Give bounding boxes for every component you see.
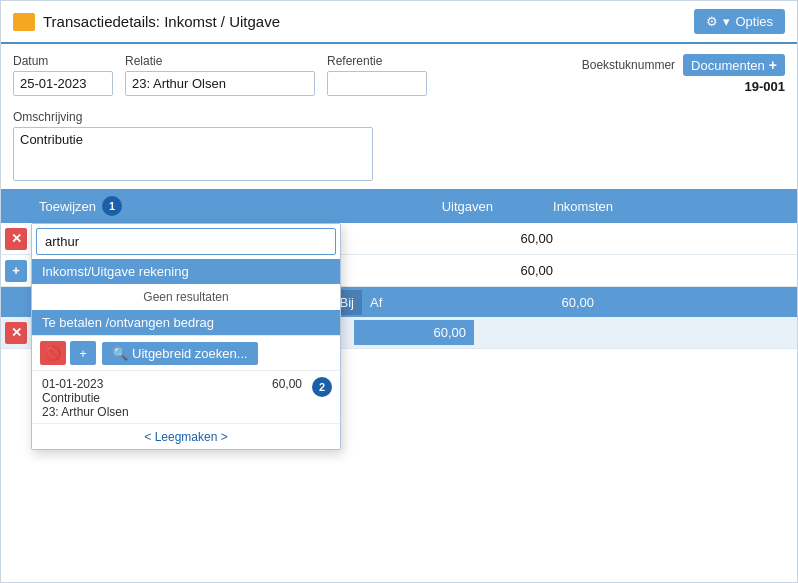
dropdown-no-icon-button[interactable]: 🚫 xyxy=(40,341,66,365)
row1-delete-button[interactable]: ✕ xyxy=(5,228,27,250)
search-icon: 🔍 xyxy=(112,346,128,361)
referentie-field-group: Referentie xyxy=(327,54,427,96)
result-amount: 60,00 xyxy=(264,377,302,391)
row1-toewijzen: Inkomst/Uitgave rekening Geen resultaten… xyxy=(31,237,321,241)
row1-actions: ✕ xyxy=(1,226,31,252)
dropdown-plus-button[interactable]: + xyxy=(70,341,96,365)
search-input[interactable] xyxy=(36,228,336,255)
row1-inkomsten: 60,00 xyxy=(441,231,561,246)
col-toewijzen: Toewijzen 1 xyxy=(31,189,381,223)
form-row-1: Datum Relatie Referentie Boekstuknummer … xyxy=(13,54,785,96)
table-header: Toewijzen 1 Uitgaven Inkomsten xyxy=(1,189,797,223)
boekstuknummer-group: Boekstuknummer Documenten + 19-001 xyxy=(582,54,785,94)
col-inkomsten: Inkomsten xyxy=(501,192,621,221)
documenten-plus-icon: + xyxy=(769,57,777,73)
result-info: 01-01-2023 60,00 Contributie 23: Arthur … xyxy=(42,377,330,419)
search-dropdown: Inkomst/Uitgave rekening Geen resultaten… xyxy=(31,223,341,450)
dropdown-section2-header: Te betalen /ontvangen bedrag xyxy=(32,310,340,335)
options-button[interactable]: ⚙ ▾ Opties xyxy=(694,9,785,34)
options-label: Opties xyxy=(735,14,773,29)
boekstuknummer-value: 19-001 xyxy=(745,79,785,94)
row-uitbreiden-actions: ✕ xyxy=(1,320,31,346)
dropdown-result-row[interactable]: 01-01-2023 60,00 Contributie 23: Arthur … xyxy=(32,370,340,423)
dropdown-actions-row: 🚫 + 🔍 Uitgebreid zoeken... xyxy=(32,335,340,370)
totals-af-value: 60,00 xyxy=(482,290,602,315)
boekstuknummer-row: Boekstuknummer Documenten + xyxy=(582,54,785,76)
no-icon: 🚫 xyxy=(45,346,61,361)
documenten-label: Documenten xyxy=(691,58,765,73)
documenten-button[interactable]: Documenten + xyxy=(683,54,785,76)
row-add-actions: + xyxy=(1,258,31,284)
totals-af-label: Af xyxy=(362,290,482,315)
gear-icon: ⚙ xyxy=(706,14,718,29)
table-body: ✕ Inkomst/Uitgave rekening Geen resultat… xyxy=(1,223,797,349)
leegmaken-row: < Leegmaken > xyxy=(32,423,340,449)
leegmaken-link[interactable]: < Leegmaken > xyxy=(144,430,227,444)
title-icon xyxy=(13,13,35,31)
datum-label: Datum xyxy=(13,54,113,68)
window-title: Transactiedetails: Inkomst / Uitgave xyxy=(43,13,686,30)
add-row-button[interactable]: + xyxy=(5,260,27,282)
relatie-input[interactable] xyxy=(125,71,315,96)
datum-input[interactable] xyxy=(13,71,113,96)
table-row-1: ✕ Inkomst/Uitgave rekening Geen resultat… xyxy=(1,223,797,255)
col-uitgaven: Uitgaven xyxy=(381,192,501,221)
plus-icon: + xyxy=(79,346,87,361)
result-name: 23: Arthur Olsen xyxy=(42,405,330,419)
omschrijving-textarea[interactable] xyxy=(13,127,373,181)
row-subtotal: 60,00 xyxy=(441,263,561,278)
toewijzen-badge: 1 xyxy=(102,196,122,216)
extended-search-label: Uitgebreid zoeken... xyxy=(132,346,248,361)
main-window: Transactiedetails: Inkomst / Uitgave ⚙ ▾… xyxy=(0,0,798,583)
result-date: 01-01-2023 xyxy=(42,377,103,391)
dropdown-no-result: Geen resultaten xyxy=(32,284,340,310)
uitbreiden-af-value: 60,00 xyxy=(354,320,474,345)
referentie-input[interactable] xyxy=(327,71,427,96)
relatie-field-group: Relatie xyxy=(125,54,315,96)
result-description: Contributie xyxy=(42,391,330,405)
search-input-wrap xyxy=(32,224,340,259)
boekstuknummer-label: Boekstuknummer xyxy=(582,58,675,72)
form-area: Datum Relatie Referentie Boekstuknummer … xyxy=(1,44,797,110)
extended-search-button[interactable]: 🔍 Uitgebreid zoeken... xyxy=(102,342,258,365)
title-bar: Transactiedetails: Inkomst / Uitgave ⚙ ▾… xyxy=(1,1,797,44)
dropdown-section1-header: Inkomst/Uitgave rekening xyxy=(32,259,340,284)
uitbreiden-delete-button[interactable]: ✕ xyxy=(5,322,27,344)
omschrijving-area: Omschrijving xyxy=(1,110,797,189)
result-badge: 2 xyxy=(312,377,332,397)
chevron-down-icon: ▾ xyxy=(723,14,730,29)
omschrijving-label: Omschrijving xyxy=(13,110,785,124)
relatie-label: Relatie xyxy=(125,54,315,68)
referentie-label: Referentie xyxy=(327,54,427,68)
datum-field-group: Datum xyxy=(13,54,113,96)
